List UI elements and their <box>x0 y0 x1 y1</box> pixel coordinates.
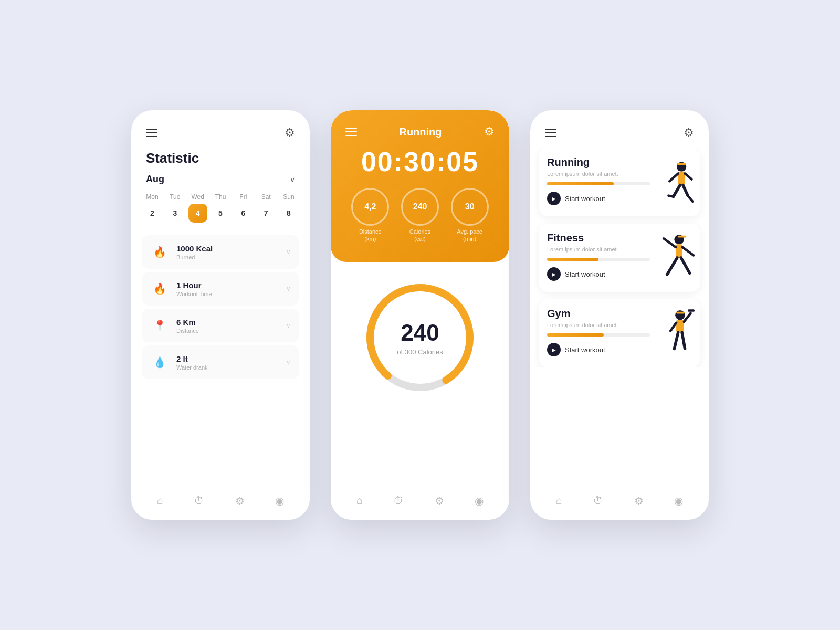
running-card-desc: Lorem ipsum dolor sit amet. <box>547 171 650 177</box>
svg-line-8 <box>674 185 680 197</box>
speedometer-nav-icon[interactable]: ⏱ <box>194 495 204 507</box>
svg-line-6 <box>669 174 678 182</box>
calendar-day-wed[interactable]: Wed 4 <box>187 193 208 223</box>
svg-rect-4 <box>677 163 686 165</box>
play-icon: ▶ <box>547 192 561 205</box>
svg-line-25 <box>674 332 678 349</box>
running-stats-row: 4,2 Distance(km) 240 Calories(cal) 30 Av… <box>345 188 495 243</box>
stat-workout-time[interactable]: 🔥 1 Hour Workout Time ∨ <box>142 272 299 306</box>
menu-button-2[interactable] <box>345 128 357 136</box>
workout-card-gym: Gym Lorem ipsum dolor sit amet. ▶ Start … <box>539 299 700 368</box>
gym-start-label: Start workout <box>565 346 605 354</box>
gym-illustration <box>653 304 700 362</box>
svg-line-7 <box>685 174 692 180</box>
fitness-illustration <box>653 229 700 287</box>
svg-line-10 <box>683 185 688 196</box>
water-icon: 💧 <box>150 353 169 372</box>
calendar-day-tue[interactable]: Tue 3 <box>164 193 185 223</box>
play-icon-2: ▶ <box>547 267 561 281</box>
phone2-navbar: ⌂ ⏱ ⚙ ◉ <box>331 486 509 520</box>
fire-icon-2: 🔥 <box>150 279 169 298</box>
gauge-label: of 300 Calories <box>397 348 443 355</box>
menu-button[interactable] <box>146 129 158 137</box>
location-icon: 📍 <box>150 316 169 335</box>
running-progress-fill <box>547 182 614 185</box>
fitness-start-button[interactable]: ▶ Start workout <box>547 267 650 281</box>
menu-button-3[interactable] <box>545 129 556 137</box>
fitness-start-label: Start workout <box>565 270 605 278</box>
pace-stat: 30 Avg. pace(min) <box>451 188 489 243</box>
calendar-day-sat[interactable]: Sat 7 <box>256 193 277 223</box>
calendar-day-mon[interactable]: Mon 2 <box>142 193 163 223</box>
settings-nav-icon[interactable]: ⚙ <box>235 495 245 507</box>
svg-line-23 <box>684 313 691 322</box>
workout-card-fitness: Fitness Lorem ipsum dolor sit amet. ▶ St… <box>539 224 700 292</box>
workout-list: Running Lorem ipsum dolor sit amet. ▶ St… <box>530 148 709 368</box>
phone1-navbar: ⌂ ⏱ ⚙ ◉ <box>131 486 310 520</box>
stat-water[interactable]: 💧 2 lt Water drank ∨ <box>142 345 299 379</box>
speedometer-nav-icon-2[interactable]: ⏱ <box>393 495 404 507</box>
distance-circle: 4,2 <box>351 188 389 226</box>
page-title: Statistic <box>131 145 310 166</box>
calendar-day-thu[interactable]: Thu 5 <box>210 193 231 223</box>
svg-line-16 <box>682 247 694 256</box>
gym-card-desc: Lorem ipsum dolor sit amet. <box>547 322 650 328</box>
play-icon-3: ▶ <box>547 343 561 356</box>
gym-progress-track <box>547 333 650 337</box>
profile-nav-icon[interactable]: ◉ <box>275 495 284 507</box>
svg-rect-13 <box>678 236 687 238</box>
month-label: Aug <box>146 174 164 185</box>
running-card-title: Running <box>547 156 650 169</box>
home-nav-icon-2[interactable]: ⌂ <box>356 495 363 507</box>
running-topbar: Running ⚙ <box>345 125 495 139</box>
gauge-area: 240 of 300 Calories <box>331 262 509 411</box>
gym-start-button[interactable]: ▶ Start workout <box>547 343 650 356</box>
settings-icon[interactable]: ⚙ <box>285 126 295 140</box>
phone3-header: ⚙ <box>530 110 709 148</box>
running-title: Running <box>357 126 484 138</box>
phone-workouts: ⚙ Running Lorem ipsum dolor sit amet. ▶ … <box>530 110 709 520</box>
fitness-card-desc: Lorem ipsum dolor sit amet. <box>547 246 650 253</box>
settings-icon-3[interactable]: ⚙ <box>684 126 694 140</box>
gym-card-title: Gym <box>547 308 650 320</box>
fire-icon: 🔥 <box>150 243 169 261</box>
settings-nav-icon-3[interactable]: ⚙ <box>634 495 644 507</box>
calendar-day-fri[interactable]: Fri 6 <box>233 193 254 223</box>
running-start-button[interactable]: ▶ Start workout <box>547 192 650 205</box>
svg-line-22 <box>670 323 676 331</box>
calorie-gauge: 240 of 300 Calories <box>357 275 483 401</box>
profile-nav-icon-3[interactable]: ◉ <box>674 495 683 507</box>
phone-running: Running ⚙ 00:30:05 4,2 Distance(km) 240 … <box>331 110 509 520</box>
svg-line-17 <box>667 258 677 275</box>
phone3-navbar: ⌂ ⏱ ⚙ ◉ <box>530 486 709 520</box>
speedometer-nav-icon-3[interactable]: ⏱ <box>593 495 603 507</box>
workout-card-running: Running Lorem ipsum dolor sit amet. ▶ St… <box>539 148 700 216</box>
settings-nav-icon-2[interactable]: ⚙ <box>435 495 444 507</box>
expand-icon: ∨ <box>286 359 291 366</box>
stat-calories[interactable]: 🔥 1000 Kcal Burned ∨ <box>142 235 299 269</box>
profile-nav-icon-2[interactable]: ◉ <box>475 495 484 507</box>
month-row: Aug ∨ <box>131 166 310 189</box>
calendar-day-sun[interactable]: Sun 8 <box>278 193 299 223</box>
stat-distance[interactable]: 📍 6 Km Distance ∨ <box>142 309 299 342</box>
svg-rect-14 <box>676 244 682 258</box>
calendar-row: Mon 2 Tue 3 Wed 4 Thu 5 Fri 6 Sat 7 <box>131 189 310 231</box>
gauge-value: 240 <box>397 319 443 345</box>
chevron-down-icon[interactable]: ∨ <box>290 175 295 184</box>
distance-stat: 4,2 Distance(km) <box>351 188 389 243</box>
runner-illustration <box>653 153 700 211</box>
fitness-progress-track <box>547 258 650 261</box>
running-progress-track <box>547 182 650 185</box>
home-nav-icon[interactable]: ⌂ <box>157 495 163 507</box>
svg-line-9 <box>668 196 673 197</box>
svg-rect-24 <box>688 309 695 312</box>
running-start-label: Start workout <box>565 195 605 203</box>
settings-icon-2[interactable]: ⚙ <box>484 125 495 139</box>
fitness-progress-fill <box>547 258 598 261</box>
pace-circle: 30 <box>451 188 489 226</box>
calories-stat: 240 Calories(cal) <box>401 188 439 243</box>
svg-line-18 <box>681 258 690 273</box>
expand-icon: ∨ <box>286 322 291 329</box>
svg-line-26 <box>682 332 685 349</box>
home-nav-icon-3[interactable]: ⌂ <box>556 495 562 507</box>
